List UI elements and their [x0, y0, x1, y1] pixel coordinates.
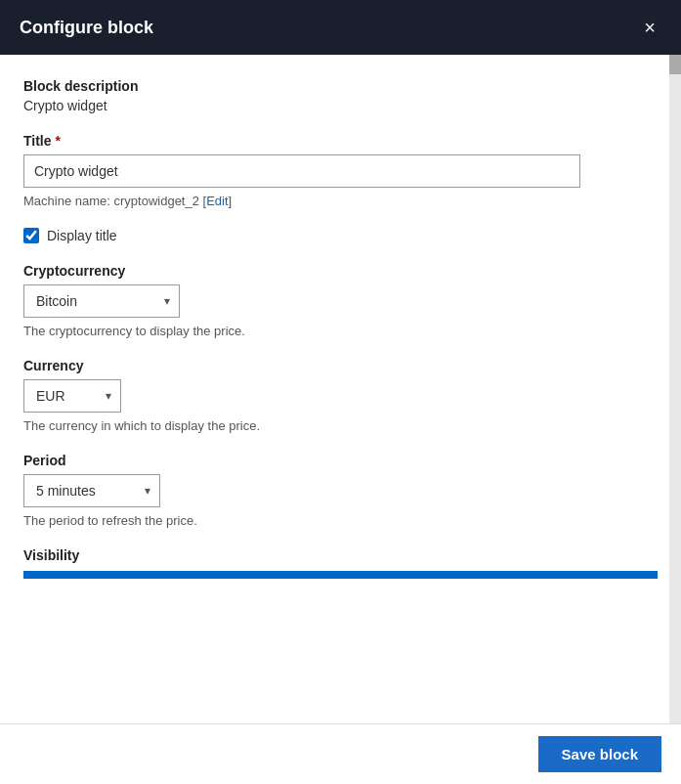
block-description-value: Crypto widget	[23, 98, 658, 113]
visibility-label: Visibility	[23, 547, 658, 563]
scrollbar[interactable]	[669, 55, 681, 729]
visibility-bar	[23, 571, 658, 579]
display-title-label[interactable]: Display title	[47, 228, 117, 243]
period-group: Period 1 minute 5 minutes 10 minutes 30 …	[23, 453, 658, 528]
cryptocurrency-group: Cryptocurrency Bitcoin Ethereum Litecoin…	[23, 263, 658, 338]
title-label: Title *	[23, 133, 658, 149]
visibility-group: Visibility	[23, 547, 658, 579]
close-button[interactable]: ×	[638, 16, 661, 39]
currency-label: Currency	[23, 358, 658, 373]
currency-hint: The currency in which to display the pri…	[23, 418, 658, 433]
currency-group: Currency EUR USD GBP JPY ▾ The currency …	[23, 358, 658, 433]
period-hint: The period to refresh the price.	[23, 513, 658, 528]
machine-name-edit-link[interactable]: Edit	[206, 194, 228, 208]
cryptocurrency-select[interactable]: Bitcoin Ethereum Litecoin Ripple	[23, 284, 180, 318]
block-description-label: Block description	[23, 78, 658, 94]
dialog-footer: Save block	[0, 723, 681, 784]
scrollbar-thumb[interactable]	[669, 55, 681, 74]
period-label: Period	[23, 453, 658, 468]
cryptocurrency-select-wrapper: Bitcoin Ethereum Litecoin Ripple ▾	[23, 284, 180, 318]
display-title-checkbox[interactable]	[23, 228, 39, 243]
cryptocurrency-hint: The cryptocurrency to display the price.	[23, 324, 658, 338]
period-select-wrapper: 1 minute 5 minutes 10 minutes 30 minutes…	[23, 474, 160, 507]
title-input[interactable]	[23, 154, 580, 188]
block-description-group: Block description Crypto widget	[23, 78, 658, 113]
currency-select[interactable]: EUR USD GBP JPY	[23, 379, 121, 413]
cryptocurrency-label: Cryptocurrency	[23, 263, 658, 279]
dialog-header: Configure block ×	[0, 0, 681, 55]
display-title-group: Display title	[23, 228, 658, 243]
title-field-group: Title * Machine name: cryptowidget_2 [Ed…	[23, 133, 658, 208]
dialog-body: Block description Crypto widget Title * …	[0, 55, 681, 784]
machine-name: Machine name: cryptowidget_2 [Edit]	[23, 194, 658, 208]
dialog-title: Configure block	[20, 18, 153, 38]
period-select[interactable]: 1 minute 5 minutes 10 minutes 30 minutes…	[23, 474, 160, 507]
currency-select-wrapper: EUR USD GBP JPY ▾	[23, 379, 121, 413]
save-block-button[interactable]: Save block	[538, 736, 661, 772]
display-title-row: Display title	[23, 228, 658, 243]
configure-block-dialog: Configure block × Block description Cryp…	[0, 0, 681, 784]
required-indicator: *	[56, 133, 61, 149]
